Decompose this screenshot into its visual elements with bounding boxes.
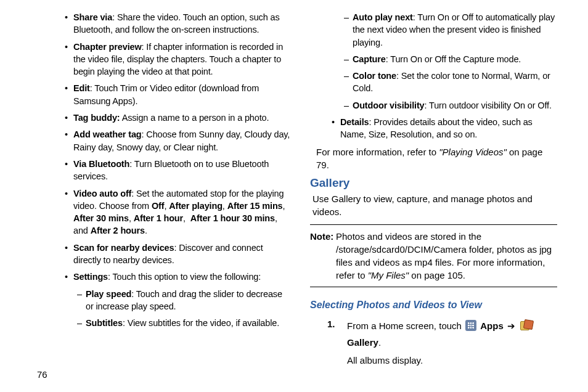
sub-list-text: Play speed: Touch and drag the slider to… <box>86 288 290 313</box>
bullet-icon: • <box>332 116 340 141</box>
sub-list-text: Outdoor visibility: Turn outdoor visibil… <box>353 99 557 112</box>
page-number: 76 <box>37 369 47 380</box>
bullet-icon: • <box>65 82 73 107</box>
note-label: Note: <box>310 230 336 282</box>
cross-reference: For more information, refer to "Playing … <box>316 145 557 171</box>
bullet-icon: • <box>65 128 73 153</box>
sub-list-item: – Capture: Turn On or Off the Capture mo… <box>310 53 557 65</box>
list-item-text: Add weather tag: Choose from Sunny day, … <box>73 128 290 153</box>
list-item: • Scan for nearby devices: Discover and … <box>43 242 290 267</box>
dash-icon: – <box>77 288 86 313</box>
bullet-icon: • <box>65 158 73 183</box>
bullet-icon: • <box>65 112 73 124</box>
list-item-text: Via Bluetooth: Turn Bluetooth on to use … <box>73 158 290 183</box>
list-item-text: Share via: Share the video. Touch an opt… <box>73 11 290 36</box>
page: • Share via: Share the video. Touch an o… <box>0 0 588 392</box>
list-item-text: Tag buddy: Assign a name to a person in … <box>73 112 290 124</box>
two-column-layout: • Share via: Share the video. Touch an o… <box>43 11 557 362</box>
step-line-2: All albums display. <box>347 352 557 369</box>
list-item: • Via Bluetooth: Turn Bluetooth on to us… <box>43 158 290 183</box>
list-item: • Share via: Share the video. Touch an o… <box>43 11 290 36</box>
gallery-description: Use Gallery to view, capture, and manage… <box>312 192 557 218</box>
dash-icon: – <box>344 70 353 95</box>
dash-icon: – <box>344 53 353 65</box>
right-column: – Auto play next: Turn On or Off to auto… <box>310 11 557 362</box>
sub-list-item: – Outdoor visibility: Turn outdoor visib… <box>310 99 557 112</box>
sub-list-item: – Color tone: Set the color tone to Norm… <box>310 70 557 95</box>
dash-icon: – <box>344 11 353 49</box>
sub-list-text: Capture: Turn On or Off the Capture mode… <box>353 53 557 65</box>
list-item-text: Chapter preview: If chapter information … <box>73 41 290 78</box>
list-item: • Add weather tag: Choose from Sunny day… <box>43 128 290 153</box>
subheading-selecting: Selecting Photos and Videos to View <box>310 298 557 312</box>
section-heading-gallery: Gallery <box>310 175 557 192</box>
list-item: • Chapter preview: If chapter informatio… <box>43 41 290 78</box>
sub-list-text: Subtitles: View subtitles for the video,… <box>86 317 290 329</box>
sub-list-item: – Auto play next: Turn On or Off to auto… <box>310 11 557 49</box>
step-number: 1. <box>327 317 347 369</box>
sub-list-item: – Subtitles: View subtitles for the vide… <box>43 317 290 329</box>
arrow-icon: ➔ <box>507 321 515 331</box>
list-item: • Edit: Touch Trim or Video editor (down… <box>43 82 290 107</box>
bullet-icon: • <box>65 187 73 237</box>
list-item: • Tag buddy: Assign a name to a person i… <box>43 112 290 124</box>
gallery-icon <box>520 320 533 331</box>
apps-icon <box>465 320 476 331</box>
bullet-icon: • <box>65 271 73 283</box>
step-body: From a Home screen, touch Apps ➔ Gallery… <box>347 317 557 369</box>
dash-icon: – <box>344 99 353 112</box>
sub-list-text: Color tone: Set the color tone to Normal… <box>353 70 557 95</box>
list-item-video-auto-off: • Video auto off: Set the automated stop… <box>43 187 290 237</box>
list-item: • Details: Provides details about the vi… <box>310 116 557 141</box>
list-item-text: Video auto off: Set the automated stop f… <box>73 187 290 237</box>
sub-list-item: – Play speed: Touch and drag the slider … <box>43 288 290 313</box>
note-body: Photos and videos are stored in the /sto… <box>336 230 557 282</box>
bullet-icon: • <box>65 242 73 267</box>
list-item-text: Scan for nearby devices: Discover and co… <box>73 242 290 267</box>
list-item-settings: • Settings: Touch this option to view th… <box>43 271 290 283</box>
list-item-text: Edit: Touch Trim or Video editor (downlo… <box>73 82 290 107</box>
right-narrow-block: – Auto play next: Turn On or Off to auto… <box>310 11 557 141</box>
list-item-text: Settings: Touch this option to view the … <box>73 271 290 283</box>
list-item-text: Details: Provides details about the vide… <box>340 116 557 141</box>
numbered-step: 1. From a Home screen, touch Apps ➔ Gall… <box>310 317 557 369</box>
left-column: • Share via: Share the video. Touch an o… <box>43 11 290 362</box>
bullet-icon: • <box>65 11 73 36</box>
note-box: Note: Photos and videos are stored in th… <box>310 224 557 287</box>
sub-list-text: Auto play next: Turn On or Off to automa… <box>353 11 557 49</box>
dash-icon: – <box>77 317 86 329</box>
bullet-icon: • <box>65 41 73 78</box>
